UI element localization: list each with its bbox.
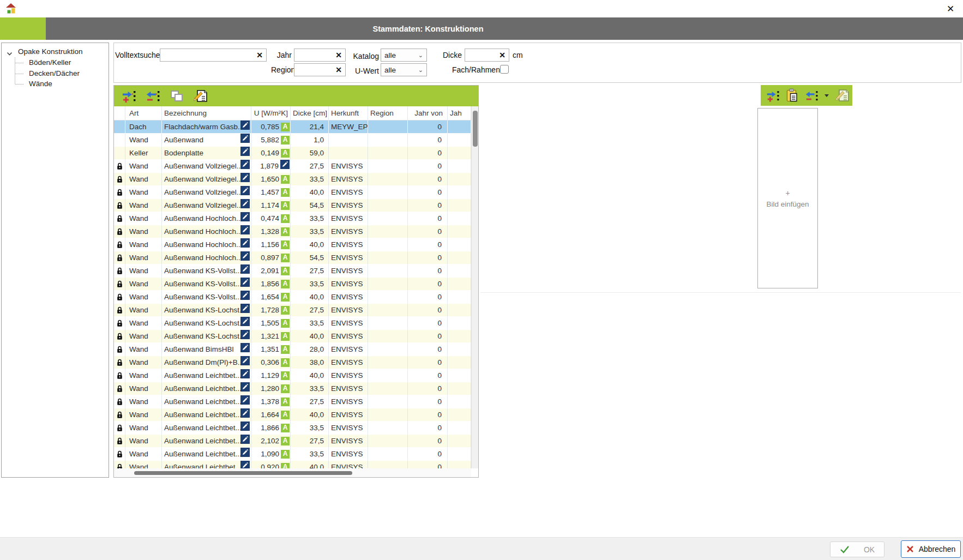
- column-header-lock[interactable]: [114, 106, 125, 120]
- table-row[interactable]: WandAußenwand Hochloch...1,156A40,0ENVIS…: [114, 238, 471, 251]
- pencil-badge-icon[interactable]: [240, 160, 250, 173]
- horizontal-scrollbar[interactable]: [114, 468, 471, 477]
- column-header-art[interactable]: Art: [125, 106, 162, 120]
- pencil-badge-icon[interactable]: [240, 304, 250, 317]
- table-row[interactable]: WandAußenwand KS-Lochst...1,505A33,5ENVI…: [114, 317, 471, 330]
- table-row[interactable]: WandAußenwand Leichtbet...1,664A40,0ENVI…: [114, 408, 471, 421]
- pencil-badge-icon[interactable]: [240, 199, 250, 212]
- clear-jahr-icon[interactable]: ✕: [334, 49, 344, 61]
- cell-u-wert: 0,306A: [251, 356, 291, 369]
- pencil-badge-icon[interactable]: [240, 134, 250, 147]
- cell-dicke: 27,5: [291, 435, 329, 448]
- tree-item-decken-d-cher[interactable]: Decken/Dächer: [2, 68, 109, 79]
- pencil-badge-icon[interactable]: [240, 369, 250, 382]
- cell-jahr-bis: [448, 264, 471, 278]
- dropdown-caret-icon[interactable]: [824, 94, 829, 97]
- remove-image-icon[interactable]: [805, 89, 818, 102]
- pencil-badge-icon[interactable]: [240, 317, 250, 330]
- column-header-u-wert[interactable]: U [W/m²K]: [251, 106, 291, 120]
- table-row[interactable]: WandAußenwand Vollziegel...1,457A40,0ENV…: [114, 186, 471, 199]
- table-row[interactable]: WandAußenwand Leichtbet...1,090A33,5ENVI…: [114, 448, 471, 461]
- pencil-badge-icon[interactable]: [280, 160, 290, 173]
- table-row[interactable]: WandAußenwand KS-Lochst...1,321A40,0ENVI…: [114, 330, 471, 343]
- pencil-badge-icon[interactable]: [240, 291, 250, 304]
- bezeichnung-text: Außenwand KS-Lochst...: [164, 317, 240, 329]
- uwert-select[interactable]: alle ⌄: [381, 63, 427, 76]
- clear-dicke-icon[interactable]: ✕: [497, 49, 507, 61]
- table-row[interactable]: WandAußenwand Vollziegel...1,650A33,5ENV…: [114, 173, 471, 186]
- bezeichnung-text: Außenwand Leichtbet...: [164, 435, 240, 447]
- pencil-badge-icon[interactable]: [240, 408, 250, 421]
- table-row[interactable]: WandAußenwand Dm(Pl)+B...0,306A38,0ENVIS…: [114, 356, 471, 369]
- table-row[interactable]: WandAußenwand Hochloch...0,897A54,5ENVIS…: [114, 251, 471, 264]
- table-row[interactable]: WandAußenwand KS-Lochst...1,728A27,5ENVI…: [114, 304, 471, 317]
- pencil-badge-icon[interactable]: [240, 173, 250, 186]
- fach-rahmen-checkbox[interactable]: [500, 65, 509, 74]
- tree-item-b-den-keller[interactable]: Böden/Keller: [2, 57, 109, 68]
- table-row[interactable]: WandAußenwand Leichtbet...2,102A27,5ENVI…: [114, 435, 471, 448]
- close-icon[interactable]: ✕: [943, 2, 958, 15]
- table-row[interactable]: WandAußenwand Leichtbet...1,129A40,0ENVI…: [114, 369, 471, 382]
- column-header-herkunft[interactable]: Herkunft: [329, 106, 368, 120]
- table-row[interactable]: WandAußenwand5,882A1,00: [114, 134, 471, 147]
- pencil-badge-icon[interactable]: [240, 330, 250, 343]
- pencil-badge-icon[interactable]: [240, 225, 250, 238]
- table-row[interactable]: KellerBodenplatte0,149A59,00: [114, 147, 471, 160]
- table-row[interactable]: WandAußenwand Vollziegel...1,87927,5ENVI…: [114, 160, 471, 173]
- add-row-icon[interactable]: [122, 89, 136, 103]
- tree-item-w-nde[interactable]: Wände: [2, 79, 109, 89]
- cancel-button[interactable]: Abbrechen: [901, 540, 961, 558]
- clear-volltextsuche-icon[interactable]: ✕: [255, 49, 264, 61]
- clear-region-icon[interactable]: ✕: [334, 64, 344, 76]
- column-header-jahr-bis[interactable]: Jah: [448, 106, 471, 120]
- katalog-select[interactable]: alle ⌄: [381, 49, 427, 62]
- paste-icon[interactable]: [786, 88, 799, 103]
- pencil-badge-icon[interactable]: [240, 264, 250, 278]
- pencil-badge-icon[interactable]: [240, 147, 250, 160]
- pencil-badge-icon[interactable]: [240, 356, 250, 369]
- vertical-scrollbar[interactable]: [471, 106, 478, 468]
- a-badge: A: [281, 306, 290, 315]
- table-row[interactable]: WandAußenwand Leichtbet...0,920A40,0ENVI…: [114, 461, 471, 468]
- edit-icon[interactable]: [193, 89, 208, 103]
- pencil-badge-icon[interactable]: [240, 435, 250, 448]
- volltextsuche-input[interactable]: [160, 49, 266, 61]
- pencil-badge-icon[interactable]: [240, 343, 250, 356]
- edit-image-disabled-icon[interactable]: [835, 88, 850, 103]
- horizontal-scrollbar-thumb[interactable]: [134, 471, 352, 475]
- pencil-badge-icon[interactable]: [240, 461, 250, 468]
- table-row[interactable]: WandAußenwand KS-Vollst...1,654A40,0ENVI…: [114, 291, 471, 304]
- ok-button[interactable]: OK: [830, 541, 884, 557]
- pencil-badge-icon[interactable]: [240, 121, 250, 134]
- pencil-badge-icon[interactable]: [240, 421, 250, 435]
- vertical-scrollbar-thumb[interactable]: [473, 111, 478, 147]
- table-row[interactable]: WandAußenwand Leichtbet...1,280A33,5ENVI…: [114, 382, 471, 395]
- column-header-dicke[interactable]: Dicke [cm]: [291, 106, 329, 120]
- pencil-badge-icon[interactable]: [240, 186, 250, 199]
- pencil-badge-icon[interactable]: [240, 448, 250, 461]
- table-row[interactable]: WandAußenwand Vollziegel...1,174A54,5ENV…: [114, 199, 471, 212]
- table-row[interactable]: DachFlachdach/warm Gasb...0,785A21,4MEYW…: [114, 121, 471, 134]
- pencil-badge-icon[interactable]: [240, 382, 250, 395]
- copy-icon[interactable]: [170, 89, 184, 103]
- pencil-badge-icon[interactable]: [240, 251, 250, 264]
- pencil-badge-icon[interactable]: [240, 278, 250, 291]
- pencil-badge-icon[interactable]: [240, 212, 250, 225]
- table-row[interactable]: WandAußenwand Hochloch...1,328A33,5ENVIS…: [114, 225, 471, 238]
- pencil-badge-icon[interactable]: [240, 238, 250, 251]
- table-row[interactable]: WandAußenwand KS-Vollst...2,091A27,5ENVI…: [114, 264, 471, 278]
- table-row[interactable]: WandAußenwand Leichtbet...1,866A33,5ENVI…: [114, 421, 471, 435]
- cell-bezeichnung: Außenwand Vollziegel...: [162, 173, 251, 186]
- column-header-region[interactable]: Region: [368, 106, 408, 120]
- tree-item-opake-konstruktion[interactable]: Opake Konstruktion: [2, 46, 109, 57]
- column-header-bezeichnung[interactable]: Bezeichnung: [162, 106, 251, 120]
- table-row[interactable]: WandAußenwand KS-Vollst...1,856A33,5ENVI…: [114, 278, 471, 291]
- table-row[interactable]: WandAußenwand BimsHBl1,351A28,0ENVISYS0: [114, 343, 471, 356]
- image-placeholder[interactable]: + Bild einfügen: [757, 108, 818, 288]
- column-header-jahr-von[interactable]: Jahr von: [408, 106, 448, 120]
- remove-row-icon[interactable]: [146, 89, 160, 103]
- table-row[interactable]: WandAußenwand Hochloch...0,474A33,5ENVIS…: [114, 212, 471, 225]
- table-row[interactable]: WandAußenwand Leichtbet...1,378A27,5ENVI…: [114, 395, 471, 408]
- pencil-badge-icon[interactable]: [240, 395, 250, 408]
- add-image-icon[interactable]: [766, 89, 780, 102]
